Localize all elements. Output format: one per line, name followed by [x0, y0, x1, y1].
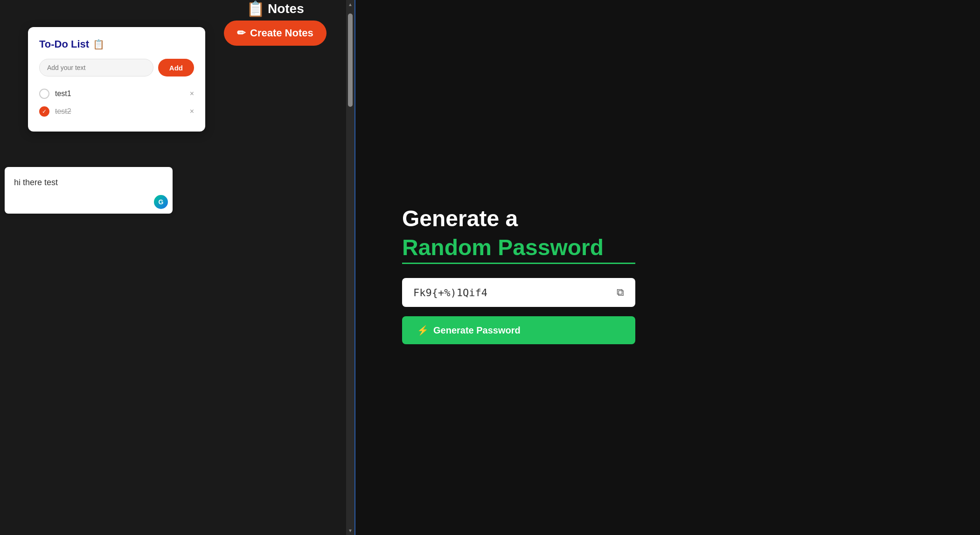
generate-heading-line1: Generate a: [402, 205, 635, 232]
grammarly-icon: G: [154, 195, 168, 209]
green-underline: [402, 263, 635, 264]
scroll-up-arrow[interactable]: ▲: [346, 0, 354, 9]
todo-item-text-1: test1: [55, 90, 184, 98]
notes-header: 📋 Notes ✏ Create Notes: [224, 0, 327, 46]
password-display: Fk9{+%)1Qif4 ⧉: [402, 278, 635, 307]
scrollbar-thumb[interactable]: [348, 14, 353, 107]
password-section: Generate a Random Password Fk9{+%)1Qif4 …: [402, 205, 635, 344]
todo-checkbox-1[interactable]: [39, 89, 49, 99]
table-row: test1 ×: [39, 85, 194, 103]
todo-title-text: To-Do List: [39, 38, 89, 50]
table-row: ✓ test2 ×: [39, 103, 194, 120]
todo-remove-1[interactable]: ×: [190, 90, 194, 98]
password-value: Fk9{+%)1Qif4: [413, 287, 487, 299]
generate-heading-line2: Random Password: [402, 234, 635, 261]
generate-button-label: Generate Password: [433, 325, 521, 336]
notes-icon-area: 📋 Notes: [246, 0, 304, 18]
create-notes-label: Create Notes: [250, 27, 313, 39]
create-notes-button[interactable]: ✏ Create Notes: [224, 21, 327, 46]
copy-icon[interactable]: ⧉: [617, 286, 624, 299]
left-panel: 📋 Notes ✏ Create Notes To-Do List 📋 Add …: [0, 0, 354, 535]
todo-title: To-Do List 📋: [39, 38, 194, 50]
notes-title: Notes: [268, 1, 304, 16]
todo-remove-2[interactable]: ×: [190, 107, 194, 116]
generate-password-button[interactable]: ⚡ Generate Password: [402, 316, 635, 344]
todo-add-button[interactable]: Add: [158, 59, 194, 76]
bolt-icon: ⚡: [417, 325, 429, 336]
todo-title-icon: 📋: [93, 39, 104, 50]
todo-widget: To-Do List 📋 Add test1 × ✓ test2 ×: [28, 27, 205, 132]
pencil-icon: ✏: [237, 27, 245, 39]
note-content: hi there test: [14, 176, 163, 189]
todo-item-text-2: test2: [55, 107, 184, 116]
right-panel: Generate a Random Password Fk9{+%)1Qif4 …: [354, 0, 980, 535]
todo-input-row: Add: [39, 59, 194, 76]
note-card: hi there test G: [5, 167, 173, 214]
scroll-down-arrow[interactable]: ▼: [346, 526, 354, 535]
todo-input[interactable]: [39, 59, 153, 76]
scrollbar[interactable]: ▲ ▼: [346, 0, 354, 535]
notes-emoji-icon: 📋: [246, 0, 265, 18]
todo-checkbox-2[interactable]: ✓: [39, 106, 49, 117]
